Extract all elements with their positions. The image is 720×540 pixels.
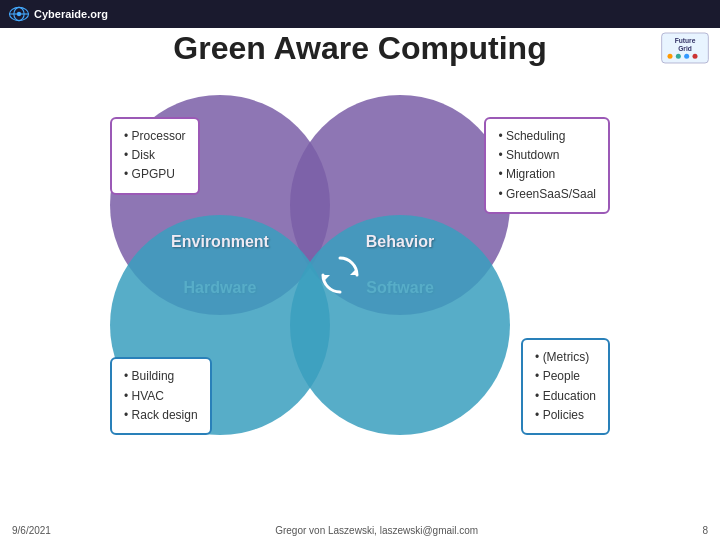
future-grid-logo: Future Grid	[660, 30, 710, 69]
logo-text: Cyberaide.org	[34, 8, 108, 20]
list-item: Disk	[124, 146, 186, 165]
footer-date: 9/6/2021	[12, 525, 51, 536]
top-bar: Cyberaide.org	[0, 0, 720, 28]
top-right-list: Scheduling Shutdown Migration GreenSaaS/…	[498, 127, 596, 204]
bottom-left-list: Building HVAC Rack design	[124, 367, 198, 425]
bottom-right-list: (Metrics) People Education Policies	[535, 348, 596, 425]
list-item: Building	[124, 367, 198, 386]
refresh-icon	[315, 250, 365, 300]
footer-page: 8	[702, 525, 708, 536]
box-top-left: Processor Disk GPGPU	[110, 117, 200, 195]
list-item: (Metrics)	[535, 348, 596, 367]
behavior-label: Behavior	[366, 233, 434, 251]
box-bottom-left: Building HVAC Rack design	[110, 357, 212, 435]
list-item: Rack design	[124, 406, 198, 425]
svg-text:Grid: Grid	[678, 45, 692, 52]
list-item: Shutdown	[498, 146, 596, 165]
list-item: Migration	[498, 165, 596, 184]
svg-point-8	[676, 54, 681, 59]
box-bottom-right: (Metrics) People Education Policies	[521, 338, 610, 435]
list-item: GreenSaaS/Saal	[498, 185, 596, 204]
box-top-right: Scheduling Shutdown Migration GreenSaaS/…	[484, 117, 610, 214]
svg-text:Future: Future	[675, 37, 696, 44]
footer-credit: Gregor von Laszewski, laszewski@gmail.co…	[275, 525, 478, 536]
list-item: HVAC	[124, 387, 198, 406]
future-grid-icon: Future Grid	[660, 30, 710, 66]
svg-marker-11	[350, 268, 357, 275]
list-item: Scheduling	[498, 127, 596, 146]
list-item: GPGPU	[124, 165, 186, 184]
list-item: People	[535, 367, 596, 386]
svg-point-9	[684, 54, 689, 59]
top-left-list: Processor Disk GPGPU	[124, 127, 186, 185]
list-item: Policies	[535, 406, 596, 425]
footer: 9/6/2021 Gregor von Laszewski, laszewski…	[0, 525, 720, 536]
page-title: Green Aware Computing	[173, 30, 546, 67]
list-item: Education	[535, 387, 596, 406]
svg-point-10	[693, 54, 698, 59]
svg-point-3	[17, 12, 21, 16]
environment-label: Environment	[171, 233, 269, 251]
list-item: Processor	[124, 127, 186, 146]
svg-marker-12	[323, 275, 330, 282]
quad-container: Hardware Software Environment Behavior P…	[110, 95, 610, 435]
logo-area: Cyberaide.org	[8, 3, 108, 25]
cyberaide-logo-icon	[8, 3, 30, 25]
diagram-area: Hardware Software Environment Behavior P…	[50, 75, 670, 475]
center-icon	[310, 245, 370, 305]
svg-point-7	[668, 54, 673, 59]
